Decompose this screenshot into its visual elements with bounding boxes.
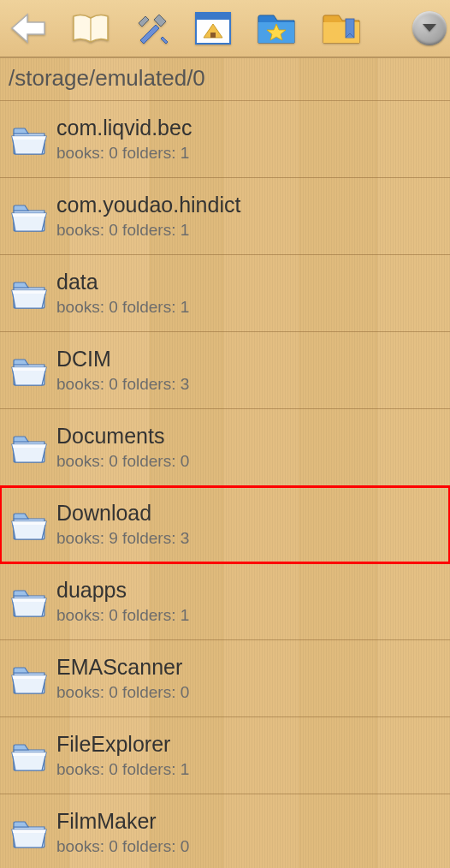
folder-list: com.liqvid.becbooks: 0 folders: 1 com.yo…	[0, 101, 450, 868]
home-button[interactable]	[195, 9, 231, 48]
folder-meta: books: 0 folders: 0	[56, 683, 189, 702]
folder-name: Download	[56, 501, 189, 526]
folder-name: duapps	[56, 578, 189, 603]
folder-row[interactable]: Downloadbooks: 9 folders: 3	[0, 486, 450, 563]
folder-meta: books: 0 folders: 0	[56, 837, 189, 856]
menu-button[interactable]	[412, 9, 447, 48]
folder-text: Downloadbooks: 9 folders: 3	[51, 501, 189, 548]
folder-text: FileExplorerbooks: 0 folders: 1	[51, 732, 189, 779]
folder-meta: books: 0 folders: 1	[56, 760, 189, 779]
folder-name: EMAScanner	[56, 655, 189, 680]
folder-icon	[7, 200, 51, 233]
folder-text: EMAScannerbooks: 0 folders: 0	[51, 655, 189, 702]
current-path[interactable]: /storage/emulated/0	[0, 58, 450, 101]
folder-meta: books: 0 folders: 1	[56, 298, 189, 317]
home-picture-icon	[195, 12, 231, 45]
folder-icon	[7, 354, 51, 387]
folder-meta: books: 0 folders: 1	[56, 144, 192, 163]
toolbar	[0, 0, 450, 58]
library-button[interactable]	[72, 9, 110, 48]
folder-text: databooks: 0 folders: 1	[51, 270, 189, 317]
folder-text: Documentsbooks: 0 folders: 0	[51, 424, 189, 471]
folder-row[interactable]: FilmMakerbooks: 0 folders: 0	[0, 794, 450, 868]
star-folder-icon	[257, 12, 296, 45]
folder-meta: books: 0 folders: 0	[56, 452, 189, 471]
folder-icon	[7, 508, 51, 541]
tools-button[interactable]	[135, 9, 169, 48]
folder-meta: books: 0 folders: 1	[56, 606, 189, 625]
folder-meta: books: 9 folders: 3	[56, 529, 189, 548]
folder-icon	[7, 740, 51, 772]
folder-name: FilmMaker	[56, 809, 189, 834]
folder-text: com.youdao.hindictbooks: 0 folders: 1	[51, 193, 240, 240]
book-open-icon	[72, 13, 110, 44]
svg-rect-1	[196, 13, 230, 20]
folder-name: com.liqvid.bec	[56, 116, 192, 140]
bookmarks-button[interactable]	[322, 9, 361, 48]
folder-text: FilmMakerbooks: 0 folders: 0	[51, 809, 189, 856]
folder-name: Documents	[56, 424, 189, 449]
favorites-button[interactable]	[257, 9, 296, 48]
folder-icon	[7, 663, 51, 695]
folder-name: data	[56, 270, 189, 294]
folder-row[interactable]: databooks: 0 folders: 1	[0, 255, 450, 332]
folder-meta: books: 0 folders: 1	[56, 221, 240, 240]
folder-text: duappsbooks: 0 folders: 1	[51, 578, 189, 625]
folder-name: FileExplorer	[56, 732, 189, 757]
dropdown-circle-icon	[412, 11, 447, 45]
folder-icon	[7, 586, 51, 618]
svg-rect-2	[210, 33, 216, 38]
folder-row[interactable]: com.liqvid.becbooks: 0 folders: 1	[0, 101, 450, 178]
bookmark-folder-icon	[322, 12, 361, 45]
folder-name: com.youdao.hindict	[56, 193, 240, 217]
folder-icon	[7, 123, 51, 156]
folder-icon	[7, 431, 51, 464]
folder-row[interactable]: FileExplorerbooks: 0 folders: 1	[0, 717, 450, 794]
folder-icon	[7, 277, 51, 310]
folder-text: DCIMbooks: 0 folders: 3	[51, 347, 189, 394]
back-button[interactable]	[10, 9, 46, 48]
folder-text: com.liqvid.becbooks: 0 folders: 1	[51, 116, 192, 163]
folder-row[interactable]: EMAScannerbooks: 0 folders: 0	[0, 640, 450, 717]
folder-row[interactable]: duappsbooks: 0 folders: 1	[0, 563, 450, 640]
folder-icon	[7, 817, 51, 849]
folder-row[interactable]: DCIMbooks: 0 folders: 3	[0, 332, 450, 409]
folder-meta: books: 0 folders: 3	[56, 375, 189, 394]
back-arrow-icon	[10, 13, 46, 44]
tools-icon	[135, 11, 169, 45]
folder-row[interactable]: Documentsbooks: 0 folders: 0	[0, 409, 450, 486]
folder-row[interactable]: com.youdao.hindictbooks: 0 folders: 1	[0, 178, 450, 255]
folder-name: DCIM	[56, 347, 189, 372]
